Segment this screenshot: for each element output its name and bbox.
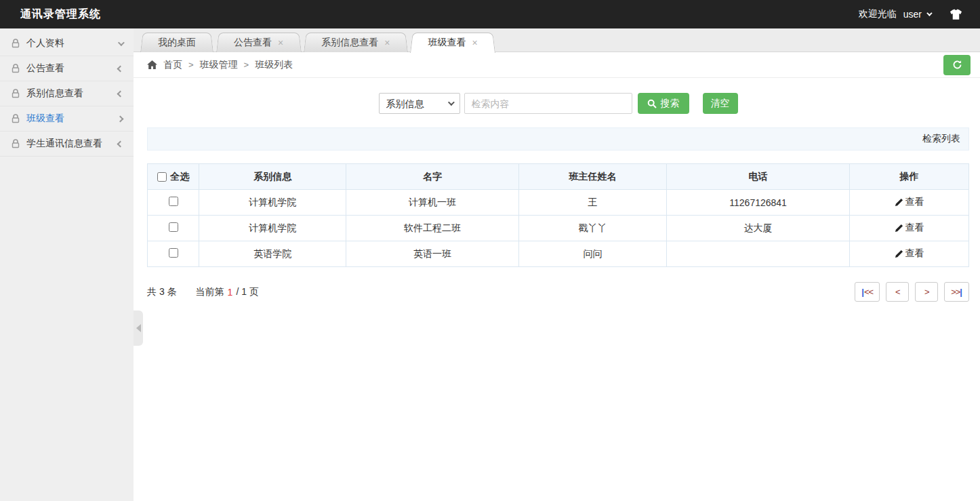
theme-button[interactable] bbox=[950, 9, 962, 20]
search-row: 系别信息 搜索 清空 bbox=[147, 93, 969, 114]
sidebar-item-label: 个人资料 bbox=[26, 37, 64, 49]
tab-label: 公告查看 bbox=[234, 37, 272, 49]
row-checkbox-cell bbox=[148, 241, 199, 267]
search-icon bbox=[647, 99, 657, 108]
select-all-header: 全选 bbox=[148, 164, 199, 190]
cell-teacher: 问问 bbox=[518, 241, 666, 267]
app-title: 通讯录管理系统 bbox=[20, 7, 101, 22]
tab-announcements[interactable]: 公告查看 × bbox=[216, 33, 301, 52]
main-area: 我的桌面 公告查看 × 系别信息查看 × 班级查看 × 首页 > 班级管理 > bbox=[134, 28, 980, 501]
sidebar-item-label: 系别信息查看 bbox=[26, 87, 83, 100]
breadcrumb-separator: > bbox=[244, 60, 249, 70]
category-select-wrap: 系别信息 bbox=[379, 93, 460, 114]
cell-name: 软件工程二班 bbox=[346, 216, 519, 241]
sidebar-item-classes[interactable]: 班级查看 bbox=[0, 106, 134, 132]
search-button[interactable]: 搜索 bbox=[638, 93, 689, 114]
view-link-label: 查看 bbox=[905, 196, 924, 208]
sidebar-collapse-handle[interactable] bbox=[134, 310, 143, 346]
sidebar-item-student-contacts[interactable]: 学生通讯信息查看 bbox=[0, 132, 134, 157]
view-link[interactable]: 查看 bbox=[895, 247, 924, 260]
user-menu[interactable]: user bbox=[903, 9, 931, 20]
tshirt-icon bbox=[950, 9, 962, 20]
cell-dept: 英语学院 bbox=[199, 241, 346, 267]
chevron-left-icon bbox=[117, 65, 124, 72]
close-icon[interactable]: × bbox=[384, 38, 390, 47]
lock-icon bbox=[11, 139, 20, 148]
sidebar: 个人资料 公告查看 系别信息查看 班级查看 学生通讯信息查看 bbox=[0, 28, 134, 501]
first-page-button[interactable]: | << bbox=[855, 282, 880, 302]
refresh-icon bbox=[952, 60, 962, 70]
clear-button-label: 清空 bbox=[711, 98, 730, 110]
col-header-phone: 电话 bbox=[666, 164, 849, 190]
tabs-strip: 我的桌面 公告查看 × 系别信息查看 × 班级查看 × bbox=[134, 28, 980, 52]
row-checkbox[interactable] bbox=[169, 222, 178, 232]
pagination-buttons: | << < > >> | bbox=[855, 282, 969, 302]
next-page-button[interactable]: > bbox=[915, 282, 938, 302]
cell-op: 查看 bbox=[850, 216, 969, 241]
breadcrumb: 首页 > 班级管理 > 班级列表 bbox=[147, 59, 293, 71]
list-bar: 检索列表 bbox=[147, 127, 969, 151]
pencil-icon bbox=[895, 249, 903, 258]
next-page-arrow: > bbox=[924, 287, 929, 297]
breadcrumb-home[interactable]: 首页 bbox=[163, 59, 182, 71]
current-page-suffix: / 1 页 bbox=[236, 286, 258, 298]
category-select[interactable]: 系别信息 bbox=[379, 93, 460, 114]
view-link-label: 查看 bbox=[905, 222, 924, 234]
view-link[interactable]: 查看 bbox=[895, 196, 924, 208]
clear-button[interactable]: 清空 bbox=[703, 93, 738, 114]
table-row: 计算机学院 计算机一班 王 11267126841 查看 bbox=[148, 190, 969, 216]
close-icon[interactable]: × bbox=[472, 38, 477, 47]
refresh-button[interactable] bbox=[943, 55, 971, 75]
row-checkbox[interactable] bbox=[169, 197, 178, 206]
first-page-arrows: << bbox=[864, 287, 873, 297]
cell-phone: 达大厦 bbox=[666, 216, 849, 241]
welcome-text: 欢迎光临 bbox=[859, 8, 897, 20]
tab-departments[interactable]: 系别信息查看 × bbox=[304, 33, 407, 52]
tab-label: 系别信息查看 bbox=[321, 37, 378, 49]
last-page-button[interactable]: >> | bbox=[944, 282, 969, 302]
sidebar-item-profile[interactable]: 个人资料 bbox=[0, 31, 134, 56]
close-icon[interactable]: × bbox=[278, 38, 283, 47]
sidebar-item-departments[interactable]: 系别信息查看 bbox=[0, 81, 134, 106]
username: user bbox=[903, 9, 922, 20]
table-row: 计算机学院 软件工程二班 戳丫丫 达大厦 查看 bbox=[148, 216, 969, 241]
content: 系别信息 搜索 清空 检索列表 bbox=[134, 78, 980, 501]
cell-teacher: 戳丫丫 bbox=[518, 216, 666, 241]
cell-dept: 计算机学院 bbox=[199, 190, 346, 216]
tab-label: 我的桌面 bbox=[158, 37, 196, 49]
lock-icon bbox=[11, 64, 20, 73]
row-checkbox[interactable] bbox=[169, 248, 178, 258]
col-header-op: 操作 bbox=[850, 164, 969, 190]
col-header-dept: 系别信息 bbox=[199, 164, 346, 190]
table-header-row: 全选 系别信息 名字 班主任姓名 电话 操作 bbox=[148, 164, 969, 190]
breadcrumb-level2: 班级列表 bbox=[255, 59, 293, 71]
prev-page-arrow: < bbox=[895, 287, 900, 297]
select-all-checkbox[interactable] bbox=[157, 172, 167, 182]
last-page-pipe: | bbox=[960, 287, 962, 297]
tab-desktop[interactable]: 我的桌面 bbox=[140, 33, 213, 52]
search-input[interactable] bbox=[464, 93, 632, 114]
cell-phone bbox=[666, 241, 849, 267]
view-link-label: 查看 bbox=[905, 247, 924, 260]
current-page-prefix: 当前第 bbox=[196, 286, 224, 298]
current-page-number: 1 bbox=[228, 287, 233, 298]
col-header-name: 名字 bbox=[346, 164, 519, 190]
cell-op: 查看 bbox=[850, 190, 969, 216]
view-link[interactable]: 查看 bbox=[895, 222, 924, 234]
header-right: 欢迎光临 user bbox=[859, 8, 962, 20]
sidebar-item-announcements[interactable]: 公告查看 bbox=[0, 56, 134, 81]
tab-classes[interactable]: 班级查看 × bbox=[410, 33, 495, 53]
collapse-arrow-icon bbox=[136, 324, 141, 332]
app-body: 个人资料 公告查看 系别信息查看 班级查看 学生通讯信息查看 bbox=[0, 28, 980, 501]
class-table: 全选 系别信息 名字 班主任姓名 电话 操作 计算机学院 计算机一班 bbox=[147, 163, 969, 267]
sidebar-item-label: 公告查看 bbox=[26, 62, 64, 75]
cell-op: 查看 bbox=[850, 241, 969, 267]
row-checkbox-cell bbox=[148, 190, 199, 216]
last-page-arrows: >> bbox=[951, 287, 960, 297]
list-bar-label: 检索列表 bbox=[922, 133, 960, 145]
col-header-teacher: 班主任姓名 bbox=[518, 164, 666, 190]
prev-page-button[interactable]: < bbox=[886, 282, 909, 302]
total-count: 共 3 条 bbox=[147, 286, 177, 298]
lock-icon bbox=[11, 39, 20, 48]
pagination-info: 共 3 条 当前第 1 / 1 页 bbox=[147, 286, 259, 298]
